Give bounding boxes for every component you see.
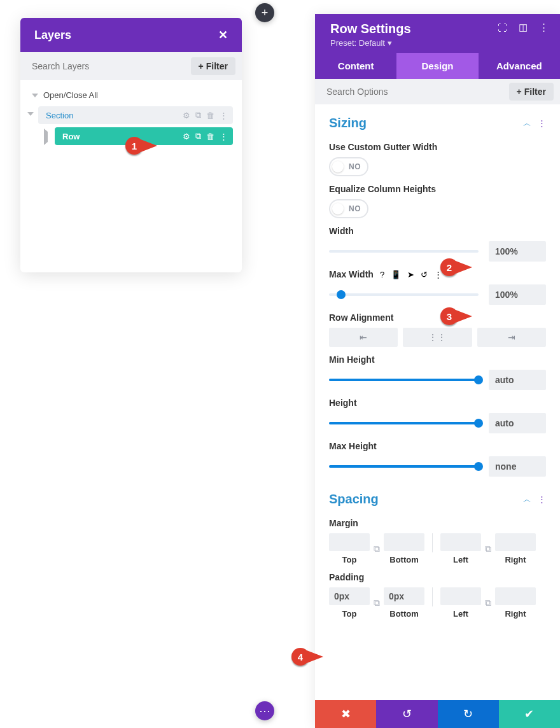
padding-bottom-input[interactable]: [384, 587, 424, 605]
columns-icon[interactable]: ◫: [519, 22, 528, 33]
height-value[interactable]: auto: [489, 413, 546, 433]
label-max-height: Max Height: [329, 441, 546, 451]
setting-max-height: Max Height none: [315, 435, 560, 478]
plus-icon: +: [517, 87, 522, 97]
redo-button[interactable]: ↻: [438, 700, 499, 728]
close-icon[interactable]: ✕: [218, 28, 228, 42]
height-slider[interactable]: [329, 422, 479, 424]
align-center-button[interactable]: ⋮⋮: [403, 328, 472, 347]
label-max-width: Max Width: [329, 269, 374, 279]
undo-icon[interactable]: ↺: [421, 270, 428, 279]
duplicate-icon[interactable]: ⧉: [195, 110, 201, 120]
chevron-up-icon[interactable]: ︿: [523, 118, 531, 129]
close-icon: ✖: [341, 707, 351, 721]
more-vertical-icon[interactable]: ⋮: [539, 22, 549, 33]
width-slider[interactable]: [329, 250, 479, 253]
setting-max-width: Max Width ? 📱 ➤ ↺ ⋮ 100%: [315, 263, 560, 306]
min-height-slider[interactable]: [329, 379, 479, 381]
cursor-icon[interactable]: ➤: [407, 270, 414, 279]
link-icon[interactable]: ⧉: [484, 598, 493, 608]
more-vertical-icon[interactable]: ⋮: [538, 118, 546, 128]
chevron-down-icon: ▾: [385, 38, 392, 48]
label-row-alignment: Row Alignment: [329, 312, 546, 323]
padding-top-input[interactable]: [329, 587, 370, 605]
check-icon: ✔: [524, 707, 534, 721]
link-icon[interactable]: ⧉: [372, 598, 381, 608]
margin-top-input[interactable]: [329, 533, 370, 551]
open-close-all-row[interactable]: Open/Close All: [29, 87, 233, 106]
more-vertical-icon[interactable]: ⋮: [220, 111, 228, 120]
redo-icon: ↻: [463, 707, 473, 721]
setting-min-height: Min Height auto: [315, 348, 560, 391]
align-left-button[interactable]: ⇤: [329, 328, 398, 347]
divider: [432, 533, 433, 552]
group-header-sizing[interactable]: Sizing ︿ ⋮: [315, 108, 560, 136]
min-height-value[interactable]: auto: [489, 370, 546, 390]
tab-advanced[interactable]: Advanced: [479, 53, 560, 79]
trash-icon[interactable]: 🗑: [206, 132, 214, 141]
marker-4: 4: [291, 648, 323, 666]
marker-2: 2: [440, 258, 472, 276]
chevron-right-icon: [44, 129, 48, 145]
setting-width: Width 100%: [315, 220, 560, 263]
margin-left-input[interactable]: [440, 533, 481, 551]
layers-filter-button[interactable]: + Filter: [191, 57, 235, 75]
max-width-value[interactable]: 100%: [489, 284, 546, 305]
margin-bottom-input[interactable]: [384, 533, 424, 551]
options-filter-button[interactable]: + Filter: [509, 83, 554, 101]
link-icon[interactable]: ⧉: [372, 543, 381, 554]
tab-design[interactable]: Design: [396, 53, 478, 79]
open-close-all-label: Open/Close All: [43, 90, 98, 100]
row-settings-panel: Row Settings Preset: Default ▾ ⛶ ◫ ⋮ Con…: [315, 14, 560, 728]
trash-icon[interactable]: 🗑: [206, 111, 214, 120]
label-gutter: Use Custom Gutter Width: [329, 142, 546, 152]
duplicate-icon[interactable]: ⧉: [195, 131, 201, 141]
gear-icon[interactable]: ⚙: [183, 111, 190, 120]
more-button[interactable]: ⋯: [255, 701, 274, 720]
label-padding: Padding: [329, 572, 546, 582]
setting-row-alignment: Row Alignment ⇤ ⋮⋮ ⇥: [315, 306, 560, 348]
undo-button[interactable]: ↺: [376, 700, 437, 728]
cancel-button[interactable]: ✖: [315, 700, 376, 728]
align-right-button[interactable]: ⇥: [477, 328, 546, 347]
padding-left-input[interactable]: [440, 587, 481, 605]
group-header-spacing[interactable]: Spacing ︿ ⋮: [315, 484, 560, 512]
options-search-input[interactable]: [321, 83, 509, 101]
help-icon[interactable]: ?: [380, 270, 384, 279]
label-width: Width: [329, 226, 546, 236]
toggle-gutter[interactable]: NO: [329, 157, 368, 176]
filter-label: Filter: [524, 87, 546, 97]
layer-section[interactable]: Section ⚙ ⧉ 🗑 ⋮: [38, 106, 233, 124]
label-height: Height: [329, 398, 546, 408]
padding-right-input[interactable]: [495, 587, 536, 605]
expand-icon[interactable]: ⛶: [498, 22, 507, 33]
more-vertical-icon[interactable]: ⋮: [538, 494, 546, 504]
arrow-tail-icon: [456, 261, 472, 274]
group-title-spacing: Spacing: [329, 492, 379, 507]
layer-row-label: Row: [60, 132, 183, 141]
add-button[interactable]: +: [255, 3, 274, 22]
link-icon[interactable]: ⧉: [484, 543, 493, 554]
arrow-tail-icon: [141, 139, 157, 152]
chevron-up-icon[interactable]: ︿: [523, 494, 531, 505]
layers-searchbar: + Filter: [20, 52, 242, 80]
max-height-slider[interactable]: [329, 465, 479, 468]
save-button[interactable]: ✔: [499, 700, 560, 728]
marker-1: 1: [125, 137, 157, 155]
arrow-tail-icon: [456, 310, 472, 323]
width-value[interactable]: 100%: [489, 241, 546, 262]
tab-content[interactable]: Content: [315, 53, 396, 79]
max-height-value[interactable]: none: [489, 456, 546, 477]
more-vertical-icon[interactable]: ⋮: [220, 132, 228, 141]
phone-icon[interactable]: 📱: [391, 270, 401, 279]
margin-right-input[interactable]: [495, 533, 536, 551]
preset-selector[interactable]: Preset: Default ▾: [330, 38, 411, 48]
layers-search-input[interactable]: [27, 57, 191, 75]
gear-icon[interactable]: ⚙: [183, 132, 190, 141]
toggle-equalize[interactable]: NO: [329, 199, 368, 218]
plus-icon: +: [199, 61, 204, 71]
max-width-slider[interactable]: [329, 293, 479, 296]
side-right: Right: [505, 609, 526, 619]
settings-header: Row Settings Preset: Default ▾ ⛶ ◫ ⋮: [315, 14, 560, 53]
layers-header: Layers ✕: [20, 18, 242, 52]
